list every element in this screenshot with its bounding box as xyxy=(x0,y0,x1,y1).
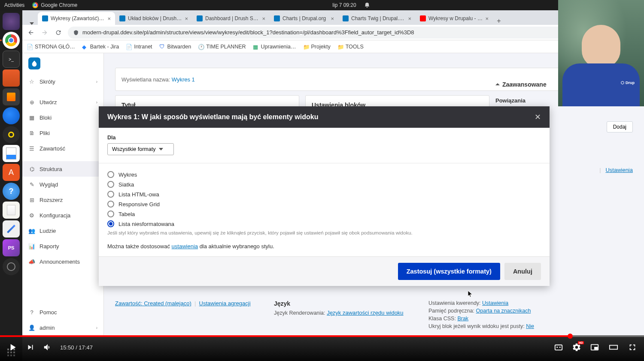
dock-rhythmbox[interactable] xyxy=(3,126,20,143)
theater-button[interactable] xyxy=(608,343,619,352)
dock-obs[interactable] xyxy=(3,258,20,275)
play-button[interactable] xyxy=(7,342,18,353)
dock-libreoffice[interactable] xyxy=(3,145,20,162)
bookmark-7[interactable]: 📁TOOLS xyxy=(337,44,364,50)
radio-option-wykres[interactable]: Wykres xyxy=(107,171,541,178)
dock-phpstorm[interactable]: PS xyxy=(3,239,20,256)
settings-link[interactable]: ustawienia xyxy=(172,243,198,250)
sidebar-item-wyglad[interactable]: ✎Wygląd xyxy=(22,177,103,192)
tab-close-icon[interactable]: × xyxy=(262,15,265,22)
radio-option-html-list[interactable]: Lista HTML-owa xyxy=(107,191,541,198)
modal-close-button[interactable]: ✕ xyxy=(535,112,541,122)
cache-link[interactable]: Oparta na znacznikach xyxy=(476,308,531,314)
sidebar-item-struktura[interactable]: ⌬Struktura xyxy=(22,161,103,177)
page-icon: 📄 xyxy=(27,44,33,50)
bookmark-2[interactable]: 📄Intranet xyxy=(126,44,152,50)
miniplayer-button[interactable] xyxy=(590,343,599,352)
back-button[interactable] xyxy=(27,28,35,37)
radio-option-tabela[interactable]: Tabela xyxy=(107,211,541,217)
captions-button[interactable] xyxy=(554,343,563,352)
brush-icon: ✎ xyxy=(28,181,35,188)
tab-close-icon[interactable]: × xyxy=(331,15,334,22)
dock-app-1[interactable] xyxy=(3,13,20,30)
volume-button[interactable] xyxy=(43,343,52,352)
sidebar-item-pomoc[interactable]: ?Pomoc xyxy=(22,304,103,320)
dock-software[interactable]: A xyxy=(3,164,20,181)
sort-link-1[interactable]: Zawartość: Created (malejąco) xyxy=(115,300,191,307)
render-lang-label: Język Renderowania: xyxy=(274,310,325,316)
current-app[interactable]: Google Chrome xyxy=(32,2,77,8)
clock[interactable]: lip 7 09:20 xyxy=(332,2,356,8)
next-button[interactable] xyxy=(26,343,35,352)
query-link[interactable]: Ustawienia xyxy=(482,300,508,306)
dock-gedit[interactable] xyxy=(3,220,20,238)
cancel-button[interactable]: Anuluj xyxy=(504,263,541,280)
sidebar-item-raporty[interactable]: 📊Raporty xyxy=(22,238,103,254)
sidebar-item-utworz[interactable]: ⊕Utwórz› xyxy=(22,94,103,110)
forward-button[interactable] xyxy=(40,28,49,37)
tab-title: Charts | Drupal.org xyxy=(283,15,328,21)
bookmark-6[interactable]: 📁Projekty xyxy=(303,44,331,50)
progress-bar[interactable] xyxy=(0,335,644,337)
dock-sublime[interactable] xyxy=(3,88,20,105)
drupal-logo[interactable] xyxy=(22,53,103,74)
dock-files[interactable] xyxy=(3,69,20,87)
tab-close-icon[interactable]: × xyxy=(408,15,411,22)
settings-link[interactable]: Ustawienia xyxy=(605,167,633,173)
jira-icon: ◆ xyxy=(82,44,88,50)
dock-notes[interactable] xyxy=(3,202,20,219)
star-icon: ☆ xyxy=(28,78,35,85)
display-name-link[interactable]: Wykres 1 xyxy=(172,76,195,83)
url-text: modern-drupal.ddev.site/pl/admin/structu… xyxy=(82,29,414,36)
sidebar-item-bloki[interactable]: ▦Bloki xyxy=(22,110,103,125)
radio-option-responsive-grid[interactable]: Responsive Grid xyxy=(107,201,541,208)
format-scope-select[interactable]: Wszystkie formaty xyxy=(107,143,174,155)
sidebar-item-rozszerz[interactable]: ⊞Rozszerz xyxy=(22,192,103,208)
tab-3[interactable]: Charts | Drupal.org × xyxy=(270,12,338,25)
fullscreen-button[interactable] xyxy=(628,343,637,352)
svg-rect-1 xyxy=(555,345,562,350)
progress-fill xyxy=(0,335,570,337)
dock-chrome[interactable] xyxy=(3,32,20,49)
bookmark-4[interactable]: 🕐TIME PLANNER xyxy=(198,44,246,50)
activities-button[interactable]: Activities xyxy=(4,2,24,8)
hide-link[interactable]: Nie xyxy=(526,323,534,329)
sidebar-item-admin[interactable]: 👤admin› xyxy=(22,320,103,335)
tab-4[interactable]: Charts Twig | Drupal.org × xyxy=(338,12,416,25)
bitwarden-icon: 🛡 xyxy=(159,44,165,50)
tab-5[interactable]: Wykresy w Drupalu - Pre × xyxy=(416,12,493,25)
bookmark-5[interactable]: ▦Uprawnienia… xyxy=(253,44,296,50)
render-lang-link[interactable]: Język zawartości rzędu widoku xyxy=(327,310,403,316)
bookmark-0[interactable]: 📄STRONA GŁÓ… xyxy=(27,44,75,50)
sort-link-2[interactable]: Ustawienia agregacji xyxy=(199,300,251,307)
tab-0[interactable]: Wykresy (Zawartość) | D × xyxy=(38,12,115,25)
add-button-2[interactable]: Dodaj xyxy=(607,121,633,132)
tab-close-icon[interactable]: × xyxy=(185,15,188,22)
settings-button[interactable]: HD xyxy=(572,343,581,352)
css-link[interactable]: Brak xyxy=(457,316,468,322)
bookmark-3[interactable]: 🛡Bitwarden xyxy=(159,44,191,50)
radio-option-siatka[interactable]: Siatka xyxy=(107,181,541,188)
dock-terminal[interactable]: >_ xyxy=(3,51,20,68)
ubuntu-dock: >_ A ? PS xyxy=(0,10,22,361)
notification-icon[interactable] xyxy=(364,2,370,8)
apply-button[interactable]: Zastosuj (wszystkie formaty) xyxy=(398,263,500,280)
bookmark-1[interactable]: ◆Bartek - Jira xyxy=(82,44,119,50)
new-tab-button[interactable]: + xyxy=(493,17,505,25)
sidebar-item-ludzie[interactable]: 👥Ludzie xyxy=(22,223,103,238)
radio-icon xyxy=(107,171,114,178)
sidebar-item-pliki[interactable]: 🗎Pliki xyxy=(22,125,103,141)
tab-2[interactable]: Dashboard | Drush Site- × xyxy=(192,12,270,25)
sidebar-item-skroty[interactable]: ☆Skróty› xyxy=(22,74,103,89)
sidebar-item-zawartosc[interactable]: ☰Zawartość xyxy=(22,141,103,156)
url-input[interactable]: modern-drupal.ddev.site/pl/admin/structu… xyxy=(68,27,590,39)
tab-1[interactable]: Układ bloków | Drush Sit × xyxy=(115,12,192,25)
tab-close-icon[interactable]: × xyxy=(485,15,489,22)
sidebar-item-konfiguracja[interactable]: ⚙Konfiguracja xyxy=(22,208,103,223)
dock-thunderbird[interactable] xyxy=(3,107,20,124)
radio-option-unformatted-list[interactable]: Lista niesformatowana xyxy=(107,220,541,227)
dock-help[interactable]: ? xyxy=(3,183,20,200)
reload-button[interactable] xyxy=(54,28,63,37)
sidebar-item-announcements[interactable]: 📣Announcements xyxy=(22,254,103,269)
tab-close-icon[interactable]: × xyxy=(107,15,111,22)
